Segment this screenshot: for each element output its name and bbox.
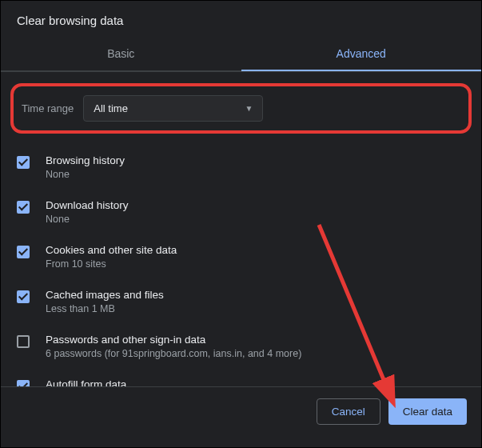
option-subtitle: None — [46, 169, 465, 180]
option-title: Cookies and other site data — [46, 244, 465, 256]
dialog-title: Clear browsing data — [1, 1, 481, 37]
clear-data-button[interactable]: Clear data — [388, 398, 467, 425]
option-text: Autofill form data — [46, 378, 465, 387]
option-text: Cached images and filesLess than 1 MB — [46, 289, 465, 314]
option-subtitle: None — [46, 214, 465, 225]
option-row: Passwords and other sign-in data6 passwo… — [1, 324, 481, 369]
tab-advanced[interactable]: Advanced — [241, 37, 482, 70]
time-range-value: All time — [94, 102, 128, 114]
option-checkbox[interactable] — [17, 335, 30, 348]
dialog-footer: Cancel Clear data — [1, 387, 481, 436]
option-title: Download history — [46, 199, 465, 211]
time-range-dropdown[interactable]: All time ▼ — [83, 95, 263, 122]
tabs: Basic Advanced — [1, 37, 481, 71]
option-subtitle: 6 passwords (for 91springboard.com, ians… — [46, 348, 465, 359]
option-row: Cookies and other site dataFrom 10 sites — [1, 234, 481, 279]
option-title: Cached images and files — [46, 289, 465, 301]
option-subtitle: Less than 1 MB — [46, 303, 465, 314]
tab-basic[interactable]: Basic — [1, 37, 241, 70]
option-text: Cookies and other site dataFrom 10 sites — [46, 244, 465, 270]
option-text: Passwords and other sign-in data6 passwo… — [46, 334, 465, 359]
option-row: Browsing historyNone — [1, 145, 481, 190]
option-title: Passwords and other sign-in data — [46, 334, 465, 346]
time-range-highlight: Time range All time ▼ — [10, 83, 472, 134]
option-checkbox[interactable] — [17, 246, 30, 258]
option-checkbox[interactable] — [17, 290, 30, 303]
option-row: Autofill form data — [1, 369, 481, 387]
option-subtitle: From 10 sites — [46, 258, 465, 270]
time-range-label: Time range — [22, 102, 74, 114]
option-row: Cached images and filesLess than 1 MB — [1, 279, 481, 324]
option-checkbox[interactable] — [17, 156, 30, 169]
option-title: Autofill form data — [46, 378, 465, 387]
option-title: Browsing history — [46, 154, 465, 166]
content-pane: Time range All time ▼ Browsing historyNo… — [1, 71, 481, 387]
chevron-down-icon: ▼ — [245, 104, 253, 113]
option-text: Browsing historyNone — [46, 154, 465, 180]
option-checkbox[interactable] — [17, 201, 30, 214]
cancel-button[interactable]: Cancel — [317, 398, 380, 425]
option-row: Download historyNone — [1, 190, 481, 234]
option-text: Download historyNone — [46, 199, 465, 225]
option-checkbox[interactable] — [17, 380, 30, 387]
